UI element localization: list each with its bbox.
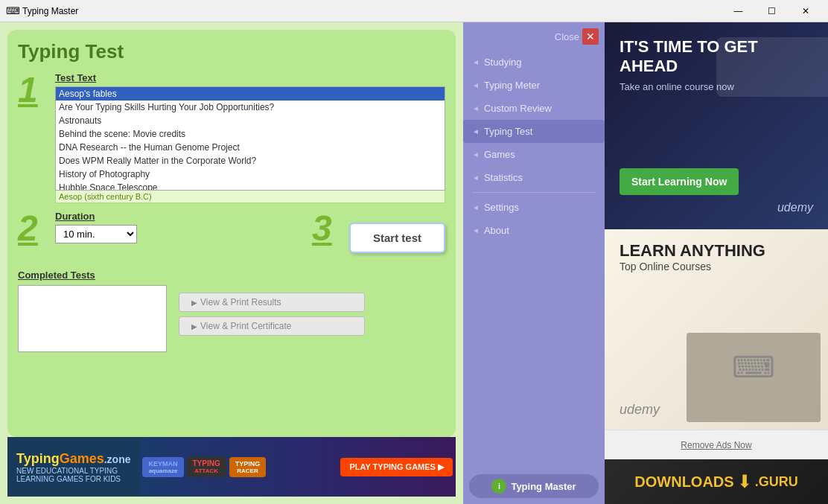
nav-item-typing-test[interactable]: ◄Typing Test: [463, 120, 605, 143]
duration-row: 10 min.1 min.2 min.3 min.5 min.15 min.20…: [55, 225, 305, 243]
downloads-icon: ⬇: [737, 471, 752, 492]
view-cert-label: View & Print Certificate: [200, 321, 292, 331]
nav-item-games[interactable]: ◄Games: [463, 143, 605, 166]
banner-content: TypingGames.zone NEW EDUCATIONAL TYPING …: [7, 437, 456, 497]
nav-label-statistics: Statistics: [484, 172, 523, 183]
nav-arrow-statistics: ◄: [472, 173, 480, 182]
completed-label: Completed Tests: [18, 269, 445, 281]
duration-select[interactable]: 10 min.1 min.2 min.3 min.5 min.15 min.20…: [55, 225, 137, 243]
nav-item-settings[interactable]: ◄Settings: [463, 196, 605, 219]
step1-number: 1: [18, 72, 48, 108]
keyboard-visual: [716, 37, 828, 97]
window-close-button[interactable]: ✕: [789, 0, 822, 22]
maximize-button[interactable]: ☐: [755, 0, 789, 22]
step3-number: 3: [312, 211, 342, 246]
window-title: Typing Master: [22, 6, 722, 16]
nav-arrow-games: ◄: [472, 150, 480, 159]
nav-arrow-studying: ◄: [472, 58, 480, 66]
nav-items: ◄Studying◄Typing Meter◄Custom Review◄Typ…: [463, 48, 605, 468]
nav-label-settings: Settings: [484, 202, 519, 213]
tm-icon: i: [491, 479, 506, 494]
nav-arrow-settings: ◄: [472, 203, 480, 211]
text-list-item[interactable]: Does WPM Really Matter in the Corporate …: [56, 154, 445, 168]
text-author: Aesop (sixth century B.C): [55, 191, 445, 203]
close-area: Close ✕: [463, 22, 605, 48]
nav-separator: [472, 192, 596, 193]
typing-racer-badge[interactable]: TYPING RACER: [229, 457, 267, 477]
step23-row: 2 Duration 10 min.1 min.2 min.3 min.5 mi…: [18, 211, 445, 253]
ad-top-brand: udemy: [620, 201, 813, 214]
start-test-button[interactable]: Start test: [349, 223, 445, 253]
text-list-item[interactable]: Behind the scene: Movie credits: [56, 127, 445, 141]
tm-text: Typing Master: [511, 481, 576, 492]
main-container: Typing Test 1 Test Text Aesop's fablesAr…: [0, 22, 828, 504]
left-panel: Typing Test 1 Test Text Aesop's fablesAr…: [0, 22, 463, 504]
step1-label: Test Text: [55, 72, 445, 83]
nav-item-about[interactable]: ◄About: [463, 219, 605, 242]
right-panel: IT'S TIME TO GET AHEAD Take an online co…: [605, 22, 828, 504]
text-list-item[interactable]: Are Your Typing Skills Hurting Your Job …: [56, 101, 445, 114]
nav-item-typing-meter[interactable]: ◄Typing Meter: [463, 74, 605, 97]
text-list-item[interactable]: History of Photography: [56, 168, 445, 181]
content-area: Typing Test 1 Test Text Aesop's fablesAr…: [7, 30, 456, 437]
nav-arrow-typing-test: ◄: [472, 127, 480, 135]
nav-label-studying: Studying: [484, 57, 522, 68]
step1-row: 1 Test Text Aesop's fablesAre Your Typin…: [18, 72, 445, 203]
window-controls: — ☐ ✕: [722, 0, 822, 22]
step2-content: Duration 10 min.1 min.2 min.3 min.5 min.…: [55, 211, 305, 243]
downloads-text: DOWNLOADS: [634, 473, 733, 491]
view-results-button[interactable]: ▶ View & Print Results: [179, 293, 365, 312]
keyman-badge[interactable]: KEYMAN aquamaze: [142, 457, 183, 477]
banner-tagline2: LEARNING GAMES FOR KIDS: [16, 475, 130, 483]
completed-actions: ▶ View & Print Results ▶ View & Print Ce…: [179, 285, 365, 336]
nav-label-custom-review: Custom Review: [484, 103, 552, 114]
typing-attack-badge[interactable]: TYPING ATTACK: [187, 456, 226, 477]
nav-panel: Close ✕ ◄Studying◄Typing Meter◄Custom Re…: [463, 22, 605, 504]
view-results-label: View & Print Results: [200, 297, 281, 307]
nav-item-custom-review[interactable]: ◄Custom Review: [463, 97, 605, 120]
step2-number: 2: [18, 211, 48, 246]
step2-label: Duration: [55, 211, 305, 222]
typing-master-badge: i Typing Master: [469, 474, 599, 498]
ad-bottom-headline: LEARN ANYTHING: [620, 241, 813, 261]
remove-ads-text[interactable]: Remove Ads Now: [681, 440, 751, 450]
nav-label-about: About: [484, 225, 509, 236]
page-title: Typing Test: [18, 40, 445, 63]
banner-games[interactable]: KEYMAN aquamaze TYPING ATTACK TYPING RAC…: [139, 437, 456, 497]
nav-item-studying[interactable]: ◄Studying: [463, 51, 605, 74]
nav-item-statistics[interactable]: ◄Statistics: [463, 166, 605, 189]
text-list-item[interactable]: Aesop's fables: [56, 87, 445, 101]
completed-row: ▶ View & Print Results ▶ View & Print Ce…: [18, 285, 445, 352]
text-list-item[interactable]: Astronauts: [56, 114, 445, 127]
view-certificate-button[interactable]: ▶ View & Print Certificate: [179, 316, 365, 336]
close-label: Close: [555, 31, 579, 42]
results-arrow-icon: ▶: [191, 299, 197, 307]
completed-section: Completed Tests ▶ View & Print Results ▶…: [18, 269, 445, 352]
ad-bottom-subtext: Top Online Courses: [620, 261, 813, 272]
nav-footer: i Typing Master: [463, 468, 605, 504]
completed-list-box: [18, 285, 167, 352]
nav-close-button[interactable]: ✕: [582, 28, 599, 45]
banner-left: TypingGames.zone NEW EDUCATIONAL TYPING …: [7, 437, 139, 497]
nav-label-typing-test: Typing Test: [484, 126, 533, 137]
nav-arrow-typing-meter: ◄: [472, 81, 480, 89]
ad-bottom-brand: udemy: [620, 402, 813, 418]
nav-arrow-about: ◄: [472, 226, 480, 235]
text-list-item[interactable]: Hubble Space Telescope: [56, 181, 445, 190]
ad-top-cta[interactable]: Start Learning Now: [620, 168, 739, 195]
downloads-banner: DOWNLOADS ⬇ .GURU: [605, 459, 828, 504]
ad-footer: Remove Ads Now: [605, 430, 828, 459]
minimize-button[interactable]: —: [722, 0, 755, 22]
step1-content: Test Text Aesop's fablesAre Your Typing …: [55, 72, 445, 203]
cert-arrow-icon: ▶: [191, 322, 197, 331]
bottom-banner: TypingGames.zone NEW EDUCATIONAL TYPING …: [7, 437, 456, 497]
banner-tagline1: NEW EDUCATIONAL TYPING: [16, 467, 130, 475]
ad-bottom: LEARN ANYTHING Top Online Courses udemy: [605, 229, 828, 430]
text-list-item[interactable]: DNA Research -- the Human Genome Project: [56, 141, 445, 154]
play-games-button[interactable]: PLAY TYPING GAMES ▶: [340, 458, 453, 476]
test-text-list[interactable]: Aesop's fablesAre Your Typing Skills Hur…: [56, 87, 445, 190]
downloads-brand: .GURU: [755, 474, 798, 490]
titlebar: ⌨ Typing Master — ☐ ✕: [0, 0, 828, 22]
test-text-wrapper: Aesop's fablesAre Your Typing Skills Hur…: [55, 86, 445, 191]
ad-top: IT'S TIME TO GET AHEAD Take an online co…: [605, 22, 828, 229]
